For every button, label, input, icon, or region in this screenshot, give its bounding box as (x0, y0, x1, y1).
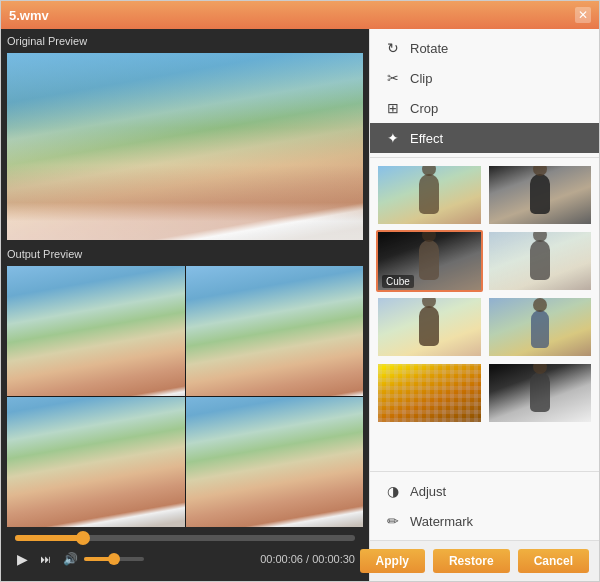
volume-container: 🔊 (61, 550, 144, 568)
volume-icon: 🔊 (61, 550, 80, 568)
effect-thumb-cube[interactable]: Cube (376, 230, 483, 292)
effect-person-5 (419, 306, 439, 346)
effect-thumb-6[interactable] (487, 296, 594, 358)
pixelate-overlay (378, 364, 481, 422)
tool-rotate[interactable]: ↻ Rotate (370, 33, 599, 63)
volume-handle[interactable] (108, 553, 120, 565)
bottom-buttons: Apply Restore Cancel (370, 540, 599, 581)
output-cell-3 (7, 397, 185, 527)
main-content: Original Preview Output Preview (1, 29, 599, 581)
effect-grid: Cube (370, 158, 599, 471)
right-panel: ↻ Rotate ✂ Clip ⊞ Crop ✦ Effect (369, 29, 599, 581)
cancel-button[interactable]: Cancel (518, 549, 589, 573)
output-cell-4 (186, 397, 364, 527)
controls-area: ▶ ⏭ 🔊 00:00:06 / 00:00:30 (7, 531, 363, 575)
effect-bg-2 (489, 166, 592, 224)
watermark-icon: ✏ (384, 513, 402, 529)
tool-adjust[interactable]: ◑ Adjust (370, 476, 599, 506)
next-button[interactable]: ⏭ (38, 551, 53, 567)
tool-clip-label: Clip (410, 71, 432, 86)
play-button[interactable]: ▶ (15, 549, 30, 569)
effect-thumb-7[interactable] (376, 362, 483, 424)
effect-thumb-5[interactable] (376, 296, 483, 358)
window-title: 5.wmv (9, 8, 49, 23)
effect-bg-7 (378, 364, 481, 422)
effect-person-2 (530, 174, 550, 214)
effect-bg-8 (489, 364, 592, 422)
time-display: 00:00:06 / 00:00:30 (260, 553, 355, 565)
tool-list: ↻ Rotate ✂ Clip ⊞ Crop ✦ Effect (370, 29, 599, 158)
effect-person-8 (530, 372, 550, 412)
time-current: 00:00:06 (260, 553, 303, 565)
volume-track[interactable] (84, 557, 144, 561)
progress-handle[interactable] (76, 531, 90, 545)
rotate-icon: ↻ (384, 40, 402, 56)
crop-icon: ⊞ (384, 100, 402, 116)
effect-person-3 (419, 240, 439, 280)
left-panel: Original Preview Output Preview (1, 29, 369, 581)
effect-bg-6 (489, 298, 592, 356)
effect-bg-1 (378, 166, 481, 224)
tool-watermark[interactable]: ✏ Watermark (370, 506, 599, 536)
original-video-frame (7, 53, 363, 240)
tool-clip[interactable]: ✂ Clip (370, 63, 599, 93)
main-window: 5.wmv ✕ Original Preview Output Preview (0, 0, 600, 582)
tool-rotate-label: Rotate (410, 41, 448, 56)
tool-watermark-label: Watermark (410, 514, 473, 529)
progress-bar[interactable] (15, 535, 355, 541)
effect-bg-5 (378, 298, 481, 356)
output-preview (7, 266, 363, 527)
titlebar: 5.wmv ✕ (1, 1, 599, 29)
effect-bg-4 (489, 232, 592, 290)
restore-button[interactable]: Restore (433, 549, 510, 573)
tool-crop[interactable]: ⊞ Crop (370, 93, 599, 123)
time-separator: / (303, 553, 312, 565)
apply-button[interactable]: Apply (360, 549, 425, 573)
effect-cube-label: Cube (382, 275, 414, 288)
time-total: 00:00:30 (312, 553, 355, 565)
tool-effect[interactable]: ✦ Effect (370, 123, 599, 153)
tool-effect-label: Effect (410, 131, 443, 146)
effect-thumb-2[interactable] (487, 164, 594, 226)
output-grid (7, 266, 363, 527)
close-button[interactable]: ✕ (575, 7, 591, 23)
effect-person-6 (531, 310, 549, 348)
bottom-tools: ◑ Adjust ✏ Watermark (370, 471, 599, 540)
clip-icon: ✂ (384, 70, 402, 86)
output-cell-2 (186, 266, 364, 396)
effect-person-1 (419, 174, 439, 214)
tool-adjust-label: Adjust (410, 484, 446, 499)
effect-icon: ✦ (384, 130, 402, 146)
effect-thumb-1[interactable] (376, 164, 483, 226)
progress-fill (15, 535, 83, 541)
tool-crop-label: Crop (410, 101, 438, 116)
effect-person-4 (530, 240, 550, 280)
output-cell-1 (7, 266, 185, 396)
controls-row: ▶ ⏭ 🔊 00:00:06 / 00:00:30 (15, 549, 355, 569)
adjust-icon: ◑ (384, 483, 402, 499)
original-preview-label: Original Preview (7, 35, 363, 47)
output-preview-label: Output Preview (7, 248, 363, 260)
original-preview (7, 53, 363, 240)
effect-thumb-4[interactable] (487, 230, 594, 292)
effect-thumb-8[interactable] (487, 362, 594, 424)
